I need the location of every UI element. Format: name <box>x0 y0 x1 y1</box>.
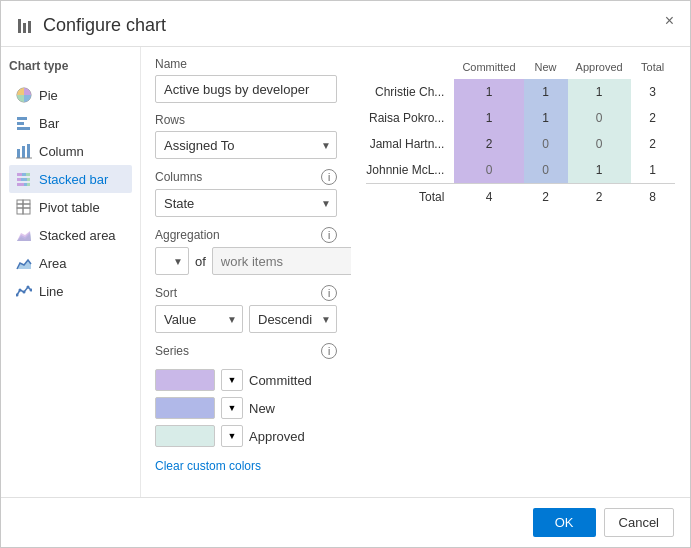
series-color-committed[interactable] <box>155 369 215 391</box>
column-label: Column <box>39 144 84 159</box>
col-committed: Committed <box>454 57 523 79</box>
cell-3-new: 0 <box>524 157 568 184</box>
configure-chart-dialog: Configure chart × Chart type <box>0 0 691 548</box>
aggregation-select-wrapper: Count ▼ <box>155 247 189 275</box>
series-header: Series i <box>155 343 337 359</box>
pivot-table-icon <box>15 198 33 216</box>
series-info-icon[interactable]: i <box>321 343 337 359</box>
preview-table: Committed New Approved Total Christie Ch… <box>366 57 674 210</box>
cell-3-total: 1 <box>631 157 675 184</box>
chart-type-panel: Chart type Pie <box>1 47 141 497</box>
svg-rect-25 <box>17 208 23 214</box>
chart-type-list: Pie Bar <box>9 81 132 305</box>
aggregation-header: Aggregation i <box>155 227 337 243</box>
series-color-approved[interactable] <box>155 425 215 447</box>
bar-label: Bar <box>39 116 59 131</box>
aggregation-select[interactable]: Count <box>155 247 189 275</box>
close-button[interactable]: × <box>659 11 680 31</box>
svg-rect-17 <box>27 178 30 181</box>
svg-rect-9 <box>22 146 25 158</box>
chart-type-bar[interactable]: Bar <box>9 109 132 137</box>
series-label: Series <box>155 344 189 358</box>
total-row-label: Total <box>366 184 454 211</box>
chart-type-line[interactable]: Line <box>9 277 132 305</box>
cell-1-total: 2 <box>631 105 675 131</box>
sort-info-icon[interactable]: i <box>321 285 337 301</box>
pie-icon <box>15 86 33 104</box>
cell-2-total: 2 <box>631 131 675 157</box>
cell-1-committed: 1 <box>454 105 523 131</box>
table-row: Jamal Hartn... 2 0 0 2 <box>366 131 674 157</box>
svg-rect-13 <box>22 173 26 176</box>
series-list: ▼ Committed ▼ New ▼ Approved <box>155 369 337 447</box>
pie-label: Pie <box>39 88 58 103</box>
total-total: 8 <box>631 184 675 211</box>
aggregation-field-input[interactable] <box>212 247 351 275</box>
sort-order-select-wrapper: Descending ▼ <box>249 305 337 333</box>
series-dropdown-committed[interactable]: ▼ <box>221 369 243 391</box>
dialog-title: Configure chart <box>43 15 166 36</box>
cell-1-new: 1 <box>524 105 568 131</box>
sort-order-select[interactable]: Descending <box>249 305 337 333</box>
aggregation-info-icon[interactable]: i <box>321 227 337 243</box>
cell-3-committed: 0 <box>454 157 523 184</box>
cancel-button[interactable]: Cancel <box>604 508 674 537</box>
chart-type-pie[interactable]: Pie <box>9 81 132 109</box>
svg-point-33 <box>23 291 26 294</box>
bar-icon <box>15 114 33 132</box>
chart-type-pivot-table[interactable]: Pivot table <box>9 193 132 221</box>
area-label: Area <box>39 256 66 271</box>
columns-select[interactable]: State <box>155 189 337 217</box>
area-icon <box>15 254 33 272</box>
columns-info-icon[interactable]: i <box>321 169 337 185</box>
stacked-bar-label: Stacked bar <box>39 172 108 187</box>
svg-rect-16 <box>21 178 27 181</box>
totals-row: Total 4 2 2 8 <box>366 184 674 211</box>
cell-2-committed: 2 <box>454 131 523 157</box>
clear-custom-colors-link[interactable]: Clear custom colors <box>155 459 261 473</box>
svg-rect-24 <box>23 204 30 208</box>
series-color-new[interactable] <box>155 397 215 419</box>
col-new: New <box>524 57 568 79</box>
columns-label: Columns <box>155 170 202 184</box>
ok-button[interactable]: OK <box>533 508 596 537</box>
svg-rect-10 <box>27 144 30 158</box>
sort-value-select[interactable]: Value <box>155 305 243 333</box>
cell-0-approved: 1 <box>568 79 631 105</box>
chart-type-stacked-area[interactable]: Stacked area <box>9 221 132 249</box>
sort-row: Value ▼ Descending ▼ <box>155 305 337 333</box>
svg-point-32 <box>19 289 22 292</box>
cell-0-total: 3 <box>631 79 675 105</box>
name-input[interactable] <box>155 75 337 103</box>
rows-select[interactable]: Assigned To <box>155 131 337 159</box>
columns-header: Columns i <box>155 169 337 185</box>
chart-preview: Committed New Approved Total Christie Ch… <box>365 57 676 487</box>
chart-type-column[interactable]: Column <box>9 137 132 165</box>
line-icon <box>15 282 33 300</box>
svg-rect-0 <box>18 19 21 33</box>
svg-rect-19 <box>24 183 27 186</box>
rows-select-wrapper: Assigned To ▼ <box>155 131 337 159</box>
pivot-table-label: Pivot table <box>39 200 100 215</box>
aggregation-label: Aggregation <box>155 228 220 242</box>
svg-rect-12 <box>17 173 22 176</box>
col-approved: Approved <box>568 57 631 79</box>
series-item-committed: ▼ Committed <box>155 369 337 391</box>
series-dropdown-approved[interactable]: ▼ <box>221 425 243 447</box>
dialog-body: Chart type Pie <box>1 47 690 497</box>
sort-label: Sort <box>155 286 177 300</box>
total-new: 2 <box>524 184 568 211</box>
row-label-3: Johnnie McL... <box>366 157 454 184</box>
dialog-footer: OK Cancel <box>1 497 690 547</box>
series-dropdown-new[interactable]: ▼ <box>221 397 243 419</box>
chart-type-stacked-bar[interactable]: Stacked bar <box>9 165 132 193</box>
svg-rect-7 <box>17 127 30 130</box>
form-panel: Name Rows Assigned To ▼ Columns i State … <box>141 47 351 497</box>
row-label-1: Raisa Pokro... <box>366 105 454 131</box>
svg-rect-26 <box>23 208 30 214</box>
chart-type-area[interactable]: Area <box>9 249 132 277</box>
row-label-2: Jamal Hartn... <box>366 131 454 157</box>
sort-value-select-wrapper: Value ▼ <box>155 305 243 333</box>
total-committed: 4 <box>454 184 523 211</box>
svg-rect-20 <box>27 183 30 186</box>
